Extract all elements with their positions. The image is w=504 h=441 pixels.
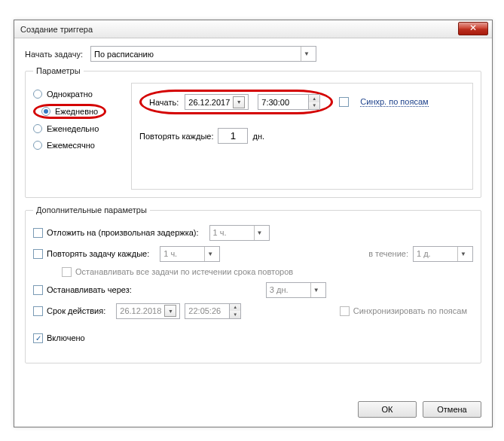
calendar-icon: ▼ [164, 305, 176, 317]
begin-task-select[interactable]: По расписанию ▼ [90, 46, 316, 62]
time-spinner[interactable]: ▲▼ [309, 94, 320, 110]
repeat-every-label: Повторять каждые: [139, 132, 213, 141]
radio-daily[interactable]: Ежедневно [41, 107, 98, 116]
ok-button[interactable]: ОК [358, 401, 417, 418]
calendar-icon[interactable]: ▼ [233, 96, 245, 108]
expire-date-input[interactable]: 26.12.2018▼ [116, 303, 180, 319]
expire-time-spinner[interactable]: ▲▼ [230, 303, 241, 319]
create-trigger-dialog: Создание триггера ✕ Начать задачу: По ра… [14, 20, 493, 427]
delay-value-select[interactable]: 1 ч.▼ [209, 225, 270, 241]
parameters-group: Параметры Однократно Ежедневно Еженедель… [25, 66, 481, 198]
stop-after-value-select[interactable]: 3 дн.▼ [266, 282, 326, 298]
dialog-title: Создание триггера [20, 25, 93, 34]
radio-weekly[interactable]: Еженедельно [33, 120, 131, 137]
highlight-start: Начать: 26.12.2017 ▼ 7:30:00▲▼ [139, 90, 333, 114]
start-date-input[interactable]: 26.12.2017 ▼ [185, 94, 249, 110]
advanced-legend: Дополнительные параметры [33, 205, 150, 214]
enabled-checkbox[interactable]: ✓Включено [33, 333, 85, 343]
advanced-group: Дополнительные параметры Отложить на (пр… [25, 205, 481, 363]
start-label: Начать: [149, 98, 179, 107]
parameters-legend: Параметры [33, 66, 84, 75]
radio-monthly[interactable]: Ежемесячно [33, 137, 131, 154]
radio-once[interactable]: Однократно [33, 86, 131, 102]
spin-down-icon: ▼ [309, 102, 319, 110]
chevron-down-icon: ▼ [204, 247, 216, 261]
highlight-daily: Ежедневно [33, 104, 106, 119]
close-button[interactable]: ✕ [458, 22, 488, 35]
chevron-down-icon: ▼ [254, 226, 266, 240]
start-time-input[interactable]: 7:30:00 [258, 94, 309, 110]
expire-time-input[interactable]: 22:05:26 [185, 303, 230, 319]
sync-tz-checkbox[interactable]: Синхр. по поясам [339, 97, 428, 107]
expire-tz-checkbox: Синхронизировать по поясам [340, 306, 467, 316]
cancel-button[interactable]: Отмена [423, 401, 481, 418]
chevron-down-icon: ▼ [310, 283, 322, 297]
stop-all-checkbox: Останавливать все задачи по истечении ср… [62, 267, 293, 277]
checkmark-icon: ✓ [33, 333, 43, 343]
chevron-down-icon: ▼ [301, 47, 313, 61]
chevron-down-icon: ▼ [457, 247, 469, 261]
duration-value-select[interactable]: 1 д.▼ [413, 246, 473, 262]
spin-up-icon: ▲ [309, 95, 319, 102]
delay-checkbox[interactable]: Отложить на (произвольная задержка): [33, 228, 199, 238]
repeat-task-checkbox[interactable]: Повторять задачу каждые: [33, 249, 149, 259]
repeat-unit: дн. [252, 132, 264, 141]
repeat-task-value-select[interactable]: 1 ч.▼ [160, 246, 220, 262]
schedule-panel: Начать: 26.12.2017 ▼ 7:30:00▲▼ Синхр. по… [131, 83, 473, 190]
expire-checkbox[interactable]: Срок действия: [33, 306, 105, 316]
stop-after-checkbox[interactable]: Останавливать через: [33, 285, 132, 295]
repeat-every-input[interactable] [218, 128, 248, 144]
begin-task-value: По расписанию [94, 50, 154, 59]
titlebar: Создание триггера ✕ [14, 20, 492, 38]
duration-label: в течение: [368, 249, 408, 258]
begin-task-label: Начать задачу: [25, 50, 83, 59]
